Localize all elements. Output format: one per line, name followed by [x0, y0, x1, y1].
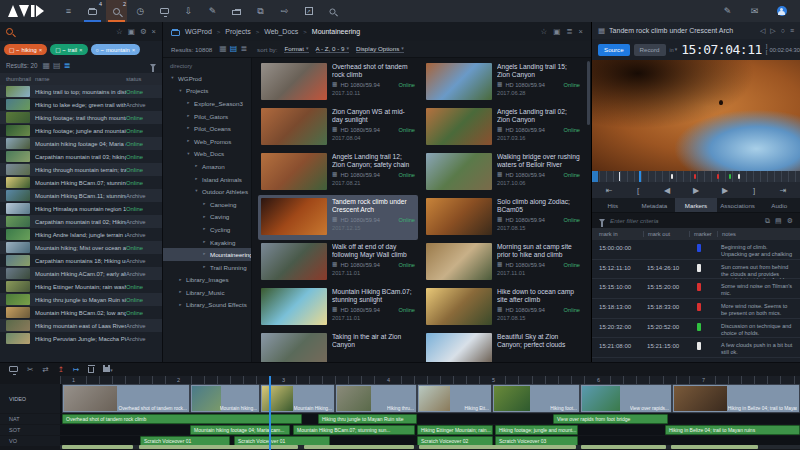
record-button[interactable]: Record	[634, 44, 666, 56]
menu-icon[interactable]: ≡	[790, 27, 794, 34]
playback-button[interactable]	[154, 0, 175, 22]
grid-view-toggle[interactable]: ▦	[219, 45, 227, 53]
scrubber-marker[interactable]	[671, 174, 673, 179]
clip-card[interactable]: Zion Canyon WS at mid-day sunlight▦HD 10…	[258, 105, 418, 150]
close-icon[interactable]: ×	[579, 28, 583, 36]
deliver-button[interactable]: ⇨	[274, 0, 295, 22]
main-menu-button[interactable]: ≡	[58, 0, 79, 22]
timeline-clip[interactable]: Hiking thru jungle to Mayan Ruin site	[318, 414, 417, 424]
tree-item-island-animals[interactable]: ▸Island Animals	[163, 173, 251, 186]
tab-associations[interactable]: Associations	[717, 198, 759, 212]
tree-item-kayaking[interactable]: ▸Kayaking	[163, 236, 251, 249]
display-options-button[interactable]: Display Options▾	[356, 45, 404, 53]
breadcrumb-item[interactable]: Projects	[225, 28, 250, 35]
asset-row[interactable]: Mountain Hiking ACam.07; early altern...…	[0, 267, 162, 280]
asset-row[interactable]: Hiking Andre Island; jungle terrain and …	[0, 228, 162, 241]
floppy-button[interactable]: ▾	[103, 365, 113, 374]
grid-scrollbar[interactable]	[587, 61, 590, 125]
splice-button[interactable]: ↥	[58, 365, 64, 374]
scrubber-playhead[interactable]	[639, 171, 641, 182]
browse-button[interactable]: 4	[82, 0, 103, 22]
tree-item-library-music[interactable]: ▸Library_Music	[163, 286, 251, 299]
source-button[interactable]: Source	[598, 44, 630, 56]
clip-card[interactable]: Beautiful Sky at Zion Canyon; perfect cl…	[423, 330, 583, 362]
quick-search-button[interactable]	[322, 0, 343, 22]
scrubber-marker[interactable]	[694, 174, 696, 179]
razor-button[interactable]: ✂	[27, 365, 33, 374]
asset-row[interactable]: Mountain hiking; Mist over ocean and w..…	[0, 241, 162, 254]
step-back-button[interactable]: ◀	[660, 186, 674, 195]
next-clip-icon[interactable]: ▷	[770, 27, 775, 34]
asset-row[interactable]: Hiking trail to top; mountains in distan…	[0, 85, 162, 98]
sort-select[interactable]: Format▾	[284, 45, 308, 53]
tree-item-library-sound-effects[interactable]: ▸Library_Sound Effects	[163, 299, 251, 312]
scrubber-marker[interactable]	[717, 174, 719, 179]
search-button[interactable]: 2	[106, 0, 127, 22]
compact-view-toggle[interactable]: ≣	[240, 45, 247, 53]
chip-remove-icon[interactable]: ×	[39, 47, 43, 53]
save-view-icon[interactable]: ▣	[128, 28, 135, 36]
compose-button[interactable]: ✎	[717, 0, 738, 22]
filter-chip-mountain[interactable]: ○ ~mountain×	[91, 44, 141, 55]
clip-card[interactable]: Mountain Hiking BCam.07; stunning sunlig…	[258, 285, 418, 330]
open-window-button[interactable]: ↗	[298, 0, 319, 22]
compact-view-toggle[interactable]: ≣	[64, 62, 71, 70]
go-to-in-button[interactable]: ⇤	[602, 186, 616, 195]
marker-row[interactable]: 15:18:13:0015:18:33:00More wind noise. S…	[592, 299, 800, 319]
list-view-toggle[interactable]: ▤	[53, 62, 61, 70]
filter-input[interactable]: Enter filter criteria	[610, 217, 760, 224]
extract-button[interactable]: ↦	[73, 365, 79, 374]
clip-card[interactable]: Angels Landing trail 02; Zion Canyon▦HD …	[423, 105, 583, 150]
asset-row[interactable]: Hiking through mountain terrain; trail a…	[0, 163, 162, 176]
marker-row[interactable]: 15:15:10:0015:15:20:00Some wind noise on…	[592, 279, 800, 299]
filter-chip-hiking[interactable]: ▢ ~hiking×	[4, 44, 47, 55]
asset-row[interactable]: Carpathian mountain trail 02; Hiking un.…	[0, 215, 162, 228]
asset-row[interactable]: Carpathian mountains 18; Hiking underArc…	[0, 254, 162, 267]
clip-card[interactable]: Taking in the air at Zion Canyon	[258, 330, 418, 362]
marker-row[interactable]: 15:21:08:0015:21:15:00A few clouds push …	[592, 338, 800, 358]
marker-row[interactable]: 15:00:00:00Beginning of climb. Unpacking…	[592, 240, 800, 260]
timeline-clip[interactable]: Overhead shot of tandem rock...	[62, 384, 190, 413]
star-icon[interactable]: ☆	[116, 28, 123, 36]
timeline-clip[interactable]: Hiking thru...	[335, 384, 417, 413]
tab-metadata[interactable]: Metadata	[634, 198, 676, 212]
timeline-clip[interactable]: Hiking foot...	[492, 384, 580, 413]
player-viewport[interactable]	[592, 60, 800, 171]
asset-row[interactable]: Hiking Ettinger Mountain; rain washout .…	[0, 280, 162, 293]
gear-icon[interactable]: ⚙	[787, 217, 793, 224]
list-view-toggle[interactable]: ▤	[230, 45, 238, 53]
document-icon[interactable]: ▤	[775, 217, 782, 224]
go-to-out-button[interactable]: ⇥	[776, 186, 790, 195]
timeline-clip[interactable]: Mountain Hiking BCam.07; stunning sun...	[293, 425, 415, 435]
asset-row[interactable]: Mountain Hiking BCam.07; stunning su...O…	[0, 176, 162, 189]
trash-button[interactable]	[88, 365, 94, 375]
asset-row[interactable]: Hiking Peruvian Jungle; Maccha PicchuArc…	[0, 332, 162, 345]
timeline-clip[interactable]: View over rapids from foot bridge	[553, 414, 668, 424]
order-select[interactable]: A - Z, 0 - 9▾	[316, 45, 349, 53]
timeline-playhead[interactable]	[269, 376, 271, 450]
player-scrubber[interactable]	[592, 171, 800, 182]
asset-row[interactable]: Mountain Hiking BCam.02; low angleOnline	[0, 306, 162, 319]
marker-row[interactable]: 15:20:32:0015:20:52:00Discussion on tech…	[592, 319, 800, 339]
tree-item-pilot-oceans[interactable]: ▸Pilot_Oceans	[163, 122, 251, 135]
clip-card[interactable]: Angels Landing trail 12; Zion Canyon; sa…	[258, 150, 418, 195]
grid-view-toggle[interactable]: ▦	[43, 62, 51, 70]
asset-row[interactable]: Hiking to lake edge; green trail with mo…	[0, 98, 162, 111]
asset-row[interactable]: Hiking thru jungle to Mayan Ruin siteOnl…	[0, 293, 162, 306]
tree-item-explore-season3[interactable]: ▸Explore_Season3	[163, 97, 251, 110]
timeline-clip[interactable]: Hiking Ettinger Mountain; rain...	[417, 425, 493, 435]
breadcrumb-item[interactable]: Web_Docs	[264, 28, 298, 35]
timeline-clip[interactable]: Mountain Hiking...	[260, 384, 335, 413]
tab-audio[interactable]: Audio	[758, 198, 800, 212]
play-button[interactable]: ▶	[689, 186, 703, 195]
scrubber-marker[interactable]	[738, 174, 740, 179]
breadcrumb-item[interactable]: WGProd	[185, 28, 212, 35]
tree-item-library-images[interactable]: ▸Library_Images	[163, 274, 251, 287]
breadcrumb-item[interactable]: Mountaineering	[312, 28, 360, 35]
clip-card[interactable]: Solo climb along Zodiac; BCam05▦HD 1080i…	[423, 195, 583, 240]
asset-row[interactable]: Mountain hiking footage 04; Maria cam...…	[0, 137, 162, 150]
list-icon[interactable]: ≣	[566, 28, 572, 36]
clip-card[interactable]: Walk off at end of day following Mayr Wa…	[258, 240, 418, 285]
panel-icon[interactable]: ▣	[553, 28, 560, 36]
logging-button[interactable]: ✎	[202, 0, 223, 22]
